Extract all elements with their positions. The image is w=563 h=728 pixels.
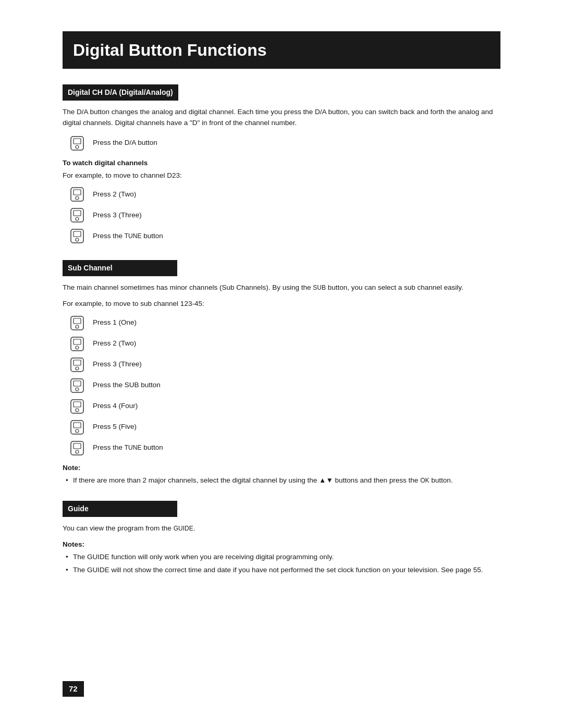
sub-section-header: Sub Channel <box>63 260 177 276</box>
page-title: Digital Button Functions <box>63 31 500 69</box>
svg-rect-1 <box>74 139 81 144</box>
sub-step-2: Press 2 (Two) <box>68 335 500 353</box>
guide-notes-label: Notes: <box>63 539 500 550</box>
svg-rect-13 <box>74 318 81 324</box>
da-step-1: Press 2 (Two) <box>68 185 500 204</box>
sub-step-7-label: Press the Tune button <box>93 443 163 453</box>
da-subsection-title: To watch digital channels <box>63 158 500 168</box>
svg-point-14 <box>76 325 79 328</box>
svg-rect-7 <box>74 211 81 216</box>
da-step-text: Press the D/A button <box>93 138 157 148</box>
svg-point-2 <box>76 145 79 149</box>
guide-note-2: The GUIDE will not show the correct time… <box>63 565 500 576</box>
sub-section-body: The main channel sometimes has minor cha… <box>63 282 500 293</box>
da-step-1-label: Press 2 (Two) <box>93 190 136 200</box>
svg-point-29 <box>76 429 79 433</box>
sub-step-1-label: Press 1 (One) <box>93 318 137 328</box>
sub-step-7-icon <box>68 439 87 458</box>
svg-point-23 <box>76 388 79 391</box>
da-section-body: The D/A button changes the analog and di… <box>63 107 500 129</box>
svg-rect-16 <box>74 339 81 344</box>
da-step-row: Press the D/A button <box>68 134 500 153</box>
sub-step-6: Press 5 (Five) <box>68 418 500 437</box>
da-step-2-icon <box>68 206 87 225</box>
sub-step-3: Press 3 (Three) <box>68 355 500 374</box>
sub-step-2-label: Press 2 (Two) <box>93 339 136 349</box>
svg-point-17 <box>76 346 79 349</box>
da-step-3-icon <box>68 227 87 245</box>
da-step-3-label: Press the Tune button <box>93 231 163 241</box>
sub-step-4: Press the SUB button <box>68 376 500 395</box>
sub-note-1: If there are more than 2 major channels,… <box>63 475 500 486</box>
da-button-icon <box>68 134 87 153</box>
svg-rect-31 <box>74 443 81 449</box>
sub-step-4-icon <box>68 376 87 395</box>
svg-point-5 <box>76 196 79 200</box>
da-step-3: Press the Tune button <box>68 227 500 245</box>
sub-example-text: For example, to move to sub channel 123-… <box>63 299 500 309</box>
svg-point-32 <box>76 450 79 453</box>
sub-step-3-label: Press 3 (Three) <box>93 360 142 369</box>
sub-step-2-icon <box>68 335 87 353</box>
sub-step-7: Press the Tune button <box>68 439 500 458</box>
page-number: 72 <box>63 681 84 697</box>
sub-step-5: Press 4 (Four) <box>68 397 500 416</box>
da-step-1-icon <box>68 185 87 204</box>
da-section: Digital CH D/A (Digital/Analog) The D/A … <box>63 84 500 245</box>
svg-rect-10 <box>74 231 81 237</box>
sub-step-5-label: Press 4 (Four) <box>93 401 138 411</box>
sub-section: Sub Channel The main channel sometimes h… <box>63 260 500 486</box>
svg-rect-25 <box>74 402 81 407</box>
sub-note-label: Note: <box>63 463 500 473</box>
guide-section-header: Guide <box>63 501 177 517</box>
svg-rect-28 <box>74 423 81 428</box>
svg-rect-19 <box>74 360 81 365</box>
sub-step-6-label: Press 5 (Five) <box>93 422 137 432</box>
svg-point-11 <box>76 238 79 241</box>
svg-rect-4 <box>74 190 81 195</box>
da-example-text: For example, to move to channel D23: <box>63 170 500 181</box>
guide-section: Guide You can view the program from the … <box>63 501 500 576</box>
da-step-2: Press 3 (Three) <box>68 206 500 225</box>
da-step-2-label: Press 3 (Three) <box>93 211 142 220</box>
guide-note-1: The GUIDE function will only work when y… <box>63 552 500 563</box>
sub-step-3-icon <box>68 355 87 374</box>
svg-point-8 <box>76 217 79 220</box>
da-section-header: Digital CH D/A (Digital/Analog) <box>63 84 178 101</box>
guide-section-body: You can view the program from the Guide. <box>63 523 500 534</box>
sub-step-1-icon <box>68 314 87 332</box>
sub-step-5-icon <box>68 397 87 416</box>
sub-step-6-icon <box>68 418 87 437</box>
page: Digital Button Functions Digital CH D/A … <box>0 0 563 728</box>
sub-step-4-label: Press the SUB button <box>93 380 161 390</box>
svg-point-26 <box>76 409 79 412</box>
svg-rect-22 <box>74 381 81 386</box>
svg-point-20 <box>76 367 79 370</box>
sub-step-1: Press 1 (One) <box>68 314 500 332</box>
